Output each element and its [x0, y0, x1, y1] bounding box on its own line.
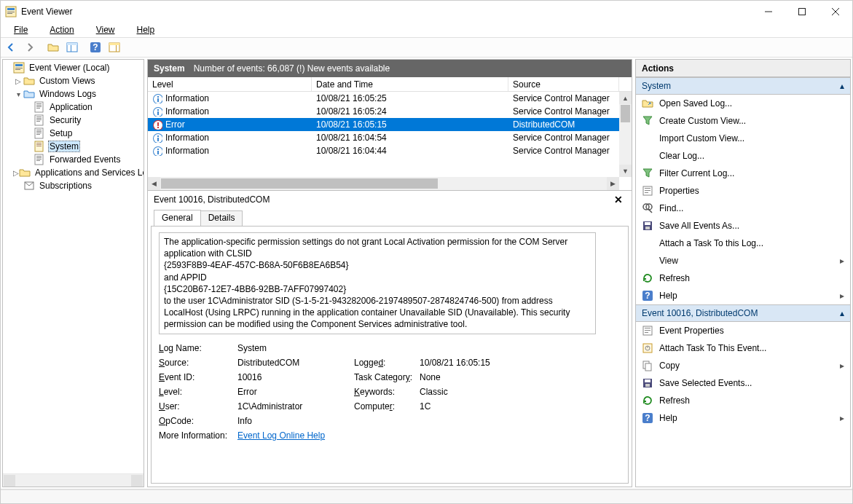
action-copy[interactable]: Copy▸	[636, 357, 850, 374]
action-attach-task-event[interactable]: Attach Task To This Event...	[636, 339, 850, 357]
menu-action[interactable]: Action	[39, 23, 84, 36]
menu-file[interactable]: File	[4, 23, 38, 36]
scroll-down-icon[interactable]: ▼	[619, 165, 632, 177]
event-row[interactable]: Information10/08/21 16:04:54Service Cont…	[148, 131, 632, 144]
show-tree-button[interactable]	[44, 39, 62, 55]
action-attach-task[interactable]: Attach a Task To this Log...	[636, 235, 850, 252]
tree-subscriptions[interactable]: Subscriptions	[3, 179, 144, 192]
scroll-right-icon[interactable]: ▶	[607, 177, 619, 190]
menu-help[interactable]: Help	[127, 23, 165, 36]
action-filter-log[interactable]: Filter Current Log...	[636, 165, 850, 182]
tree[interactable]: Event Viewer (Local) ▷Custom Views ▾Wind…	[3, 60, 144, 473]
action-properties[interactable]: Properties	[636, 182, 850, 200]
cell-date: 10/08/21 16:05:25	[312, 93, 508, 103]
column-source[interactable]: Source	[508, 77, 619, 91]
log-icon	[34, 114, 45, 126]
content-header: System Number of events: 66,087 (!) New …	[148, 60, 632, 77]
tab-general-body: The application-specific permission sett…	[151, 226, 629, 484]
collapse-icon[interactable]: ▾	[13, 90, 23, 98]
chevron-right-icon: ▸	[840, 291, 844, 301]
expand-icon[interactable]: ▷	[13, 77, 23, 85]
menu-view[interactable]: View	[86, 23, 125, 36]
action-find[interactable]: Find...	[636, 200, 850, 217]
hscrollbar[interactable]: ◀ ▶	[148, 177, 619, 190]
action-view[interactable]: View▸	[636, 252, 850, 269]
chevron-right-icon: ▸	[840, 256, 844, 266]
label-user: User:	[159, 401, 237, 412]
action-help2[interactable]: Help▸	[636, 409, 850, 427]
event-row[interactable]: Error10/08/21 16:05:15DistributedCOM	[148, 118, 632, 131]
action-refresh[interactable]: Refresh	[636, 269, 850, 287]
cell-level: Information	[165, 133, 209, 143]
label-category: Task Category:	[354, 372, 420, 382]
message-box[interactable]: The application-specific permission sett…	[159, 232, 596, 334]
expand-icon[interactable]: ▷	[13, 169, 19, 177]
tree-apps-services[interactable]: ▷Applications and Services Lo	[3, 166, 144, 179]
value-logname: System	[237, 343, 354, 353]
window-title: Event Viewer	[21, 7, 752, 17]
content-pane: System Number of events: 66,087 (!) New …	[147, 59, 632, 487]
actions-section-event[interactable]: Event 10016, DistributedCOM ▴	[636, 304, 850, 322]
tree-application[interactable]: Application	[3, 101, 144, 114]
event-row[interactable]: Information10/08/21 16:05:24Service Cont…	[148, 105, 632, 118]
help-button[interactable]	[87, 39, 104, 55]
actions-title: Actions	[636, 60, 850, 77]
content-header-title: System	[154, 63, 185, 74]
cell-source: Service Control Manager	[508, 133, 619, 143]
column-level[interactable]: Level	[148, 77, 312, 91]
online-help-link[interactable]: Event Log Online Help	[237, 430, 325, 441]
tree-system[interactable]: System	[3, 140, 144, 153]
tree-setup[interactable]: Setup	[3, 127, 144, 140]
action-open-saved-log[interactable]: Open Saved Log...	[636, 95, 850, 112]
label-keywords: Keywords:	[354, 387, 420, 397]
chevron-right-icon: ▸	[840, 413, 844, 423]
detail-close-button[interactable]: ✕	[611, 194, 626, 205]
statusbar	[1, 489, 852, 503]
svg-rect-46	[799, 9, 806, 15]
scroll-up-icon[interactable]: ▲	[619, 92, 632, 104]
tab-general[interactable]: General	[154, 210, 201, 226]
action-save-all[interactable]: Save All Events As...	[636, 217, 850, 235]
tree-custom-views[interactable]: ▷Custom Views	[3, 74, 144, 87]
tree-forwarded[interactable]: Forwarded Events	[3, 153, 144, 166]
label-opcode: OpCode:	[159, 416, 237, 426]
scroll-left-icon[interactable]: ◀	[148, 177, 160, 190]
cell-source: Service Control Manager	[508, 93, 619, 103]
maximize-button[interactable]	[785, 1, 819, 23]
tree-root[interactable]: Event Viewer (Local)	[3, 61, 144, 74]
tree-windows-logs[interactable]: ▾Windows Logs	[3, 87, 144, 101]
cell-level: Information	[165, 106, 209, 117]
action-help[interactable]: Help▸	[636, 287, 850, 304]
column-date[interactable]: Date and Time	[312, 77, 508, 91]
action-save-selected[interactable]: Save Selected Events...	[636, 374, 850, 392]
help-icon	[642, 412, 653, 424]
panes-button[interactable]	[63, 39, 81, 55]
value-opcode: Info	[237, 416, 354, 426]
log-icon	[34, 127, 45, 139]
action-clear-log[interactable]: Clear Log...	[636, 147, 850, 165]
event-row[interactable]: Information10/08/21 16:04:44Service Cont…	[148, 144, 632, 157]
event-rows[interactable]: Information10/08/21 16:05:25Service Cont…	[148, 92, 632, 190]
vscrollbar[interactable]: ▲ ▼	[619, 92, 632, 177]
action-create-custom-view[interactable]: Create Custom View...	[636, 112, 850, 130]
close-button[interactable]	[819, 1, 852, 23]
back-button[interactable]	[2, 39, 20, 55]
action-import-custom-view[interactable]: Import Custom View...	[636, 130, 850, 147]
event-row[interactable]: Information10/08/21 16:05:25Service Cont…	[148, 92, 632, 105]
tab-details[interactable]: Details	[200, 210, 243, 227]
tree-security[interactable]: Security	[3, 114, 144, 127]
refresh-icon	[642, 272, 653, 284]
forward-button[interactable]	[21, 39, 39, 55]
panes2-button[interactable]	[106, 39, 123, 55]
menubar: File Action View Help	[1, 23, 852, 37]
action-refresh2[interactable]: Refresh	[636, 392, 850, 409]
log-icon	[34, 101, 45, 113]
actions-section-system[interactable]: System ▴	[636, 77, 850, 95]
minimize-button[interactable]	[752, 1, 785, 23]
hscroll-thumb[interactable]	[161, 178, 438, 189]
funnel-icon	[642, 115, 653, 127]
scroll-thumb[interactable]	[621, 105, 630, 122]
action-event-properties[interactable]: Event Properties	[636, 322, 850, 339]
tree-hscrollbar[interactable]	[3, 473, 144, 487]
log-icon	[34, 141, 45, 152]
